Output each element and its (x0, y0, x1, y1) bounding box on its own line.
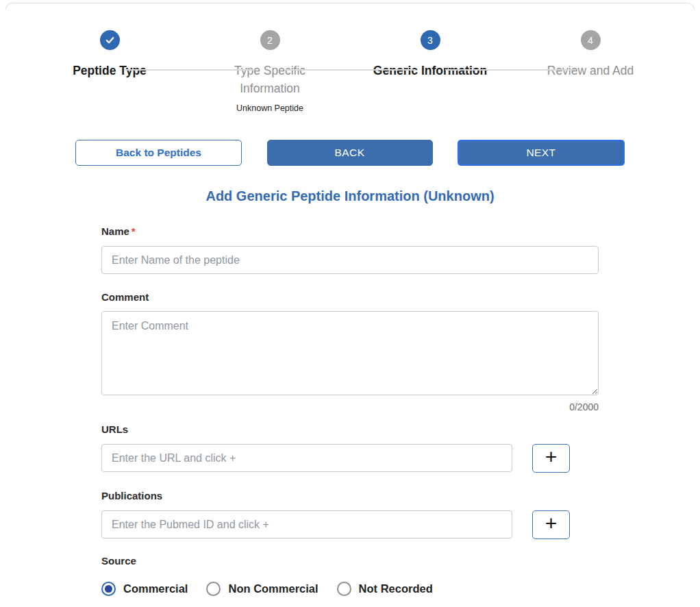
step-peptide-type[interactable]: Peptide Type (29, 30, 190, 113)
pubmed-id-input[interactable] (101, 510, 512, 538)
radio-label: Not Recorded (359, 582, 433, 595)
card-top-border (5, 3, 695, 10)
check-icon (105, 35, 115, 45)
radio-not-recorded[interactable]: Not Recorded (337, 582, 433, 596)
step-connector (445, 69, 575, 71)
radio-label: Non Commercial (228, 582, 318, 595)
comment-field-label: Comment (101, 291, 599, 303)
step-generic-information[interactable]: 3 Generic Information (350, 30, 510, 113)
step-circle[interactable]: 4 (581, 30, 601, 50)
step-label: Review and Add (525, 62, 655, 79)
wizard-stepper: Peptide Type 2 Type Specific Information… (29, 30, 671, 140)
step-connector (285, 69, 415, 71)
add-publication-button[interactable]: + (532, 510, 570, 539)
step-label: Generic Information (365, 62, 495, 79)
step-connector (125, 69, 255, 71)
radio-label: Commercial (123, 582, 188, 595)
source-radio-group: Commercial Non Commercial Not Recorded (101, 582, 599, 596)
comment-textarea[interactable] (101, 311, 599, 395)
radio-non-commercial[interactable]: Non Commercial (206, 582, 318, 596)
step-number: 2 (267, 35, 273, 46)
radio-selected-icon[interactable] (101, 582, 116, 596)
step-number: 4 (588, 35, 593, 46)
source-field-label: Source (101, 555, 599, 567)
name-field-label: Name* (101, 225, 599, 237)
comment-char-counter: 0/2000 (101, 401, 599, 412)
add-url-button[interactable]: + (532, 444, 570, 473)
name-input[interactable] (101, 246, 599, 274)
plus-icon: + (545, 513, 558, 534)
step-label: Type Specific Information (205, 62, 335, 97)
urls-field-label: URLs (101, 423, 599, 435)
plus-icon: + (545, 447, 558, 467)
step-circle-active[interactable]: 3 (421, 30, 440, 50)
step-sublabel: Unknown Peptide (190, 103, 350, 113)
radio-unselected-icon[interactable] (337, 582, 351, 596)
required-asterisk: * (132, 225, 136, 237)
step-review-and-add[interactable]: 4 Review and Add (510, 30, 671, 113)
step-type-specific-information[interactable]: 2 Type Specific Information Unknown Pept… (190, 30, 350, 113)
publications-field-label: Publications (101, 490, 599, 501)
step-label: Peptide Type (45, 62, 175, 79)
radio-unselected-icon[interactable] (206, 582, 221, 596)
next-button[interactable]: NEXT (458, 140, 625, 166)
generic-peptide-form: Name* Comment 0/2000 URLs + Publications… (101, 225, 599, 596)
radio-commercial[interactable]: Commercial (101, 582, 188, 596)
step-number: 3 (427, 35, 433, 46)
back-to-peptides-button[interactable]: Back to Peptides (75, 140, 242, 166)
step-circle-completed[interactable] (100, 30, 120, 50)
step-circle[interactable]: 2 (260, 30, 280, 50)
wizard-actions: Back to Peptides BACK NEXT (75, 140, 625, 166)
url-input[interactable] (101, 444, 512, 472)
page-title: Add Generic Peptide Information (Unknown… (0, 188, 700, 204)
back-button[interactable]: BACK (267, 140, 433, 166)
